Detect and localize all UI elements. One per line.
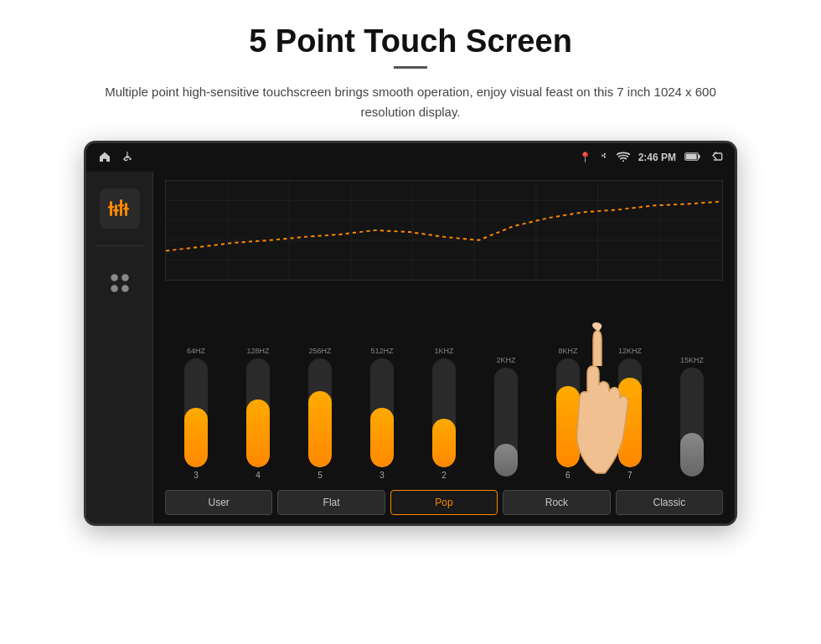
status-time: 2:46 PM (638, 152, 676, 163)
eq-band-value: 3 (380, 471, 385, 480)
usb-icon (121, 150, 133, 166)
slider-track[interactable] (370, 358, 394, 467)
slider-track[interactable] (680, 368, 704, 477)
slider-track[interactable] (556, 358, 580, 467)
eq-band-8khz[interactable]: 8KHZ 6 (556, 347, 580, 480)
eq-graph (165, 180, 723, 281)
eq-band-15khz[interactable]: 15KHZ (680, 356, 704, 480)
sidebar-divider (95, 245, 145, 246)
battery-icon (684, 152, 701, 164)
svg-rect-12 (118, 204, 124, 207)
sidebar-apps-icon[interactable] (100, 263, 140, 303)
eq-band-label: 256HZ (308, 347, 331, 355)
slider-fill (370, 408, 394, 468)
preset-buttons: UserFlatPopRockClassic (165, 490, 723, 515)
slider-fill (618, 378, 642, 467)
slider-fill (494, 444, 518, 477)
preset-btn-user[interactable]: User (165, 490, 272, 515)
eq-band-value: 3 (194, 471, 199, 480)
sidebar-eq-icon[interactable] (100, 188, 140, 229)
status-bar-right: 📍 2:46 PM (579, 151, 723, 165)
eq-band-label: 2KHZ (496, 356, 515, 364)
svg-rect-10 (108, 206, 114, 209)
eq-band-label: 1KHZ (434, 347, 453, 355)
main-area: 64HZ 3 128HZ 4 256HZ 5 512HZ 3 1KHZ 2 2K… (86, 172, 735, 523)
svg-point-16 (111, 285, 118, 292)
eq-band-1khz[interactable]: 1KHZ 2 (432, 347, 456, 480)
svg-rect-6 (110, 201, 112, 216)
eq-band-label: 8KHZ (558, 347, 577, 355)
title-divider (394, 66, 427, 69)
svg-rect-18 (166, 181, 722, 280)
slider-fill (184, 408, 208, 468)
eq-band-value: 6 (565, 471, 571, 480)
svg-point-1 (129, 157, 131, 159)
svg-point-0 (123, 157, 125, 159)
eq-band-label: 64HZ (187, 347, 205, 355)
svg-rect-8 (120, 199, 122, 216)
svg-rect-5 (686, 153, 697, 158)
home-icon (98, 150, 111, 166)
slider-track[interactable] (618, 358, 642, 467)
device-frame: 📍 2:46 PM (84, 141, 737, 526)
wifi-icon (617, 152, 630, 164)
svg-point-17 (121, 285, 129, 292)
bluetooth-icon (600, 151, 608, 165)
slider-track[interactable] (308, 358, 332, 467)
slider-fill (246, 399, 270, 467)
preset-btn-rock[interactable]: Rock (503, 490, 610, 515)
back-icon (710, 151, 723, 165)
status-bar: 📍 2:46 PM (86, 143, 735, 172)
eq-area: 64HZ 3 128HZ 4 256HZ 5 512HZ 3 1KHZ 2 2K… (153, 172, 735, 523)
svg-rect-13 (123, 208, 129, 210)
eq-band-label: 128HZ (246, 347, 269, 355)
slider-fill (556, 386, 580, 468)
eq-band-value: 2 (441, 471, 447, 480)
preset-btn-pop[interactable]: Pop (390, 490, 498, 515)
eq-band-label: 15KHZ (680, 356, 704, 364)
status-bar-left (98, 150, 133, 166)
slider-fill (308, 391, 332, 467)
eq-band-2khz[interactable]: 2KHZ (494, 356, 518, 480)
svg-point-15 (121, 274, 129, 281)
eq-band-128hz[interactable]: 128HZ 4 (246, 347, 270, 480)
sidebar (86, 172, 153, 523)
eq-band-value: 4 (256, 471, 261, 480)
eq-band-label: 12KHZ (618, 347, 642, 355)
slider-fill (680, 433, 704, 477)
eq-sliders: 64HZ 3 128HZ 4 256HZ 5 512HZ 3 1KHZ 2 2K… (165, 289, 723, 483)
svg-rect-11 (113, 209, 119, 212)
slider-track[interactable] (184, 358, 208, 467)
eq-band-label: 512HZ (370, 347, 393, 355)
preset-btn-classic[interactable]: Classic (616, 490, 723, 515)
svg-rect-4 (698, 154, 700, 157)
eq-band-256hz[interactable]: 256HZ 5 (308, 347, 332, 480)
svg-point-2 (622, 160, 624, 162)
svg-point-14 (111, 274, 118, 281)
slider-track[interactable] (494, 368, 518, 477)
eq-band-12khz[interactable]: 12KHZ 7 (618, 347, 642, 480)
location-icon: 📍 (579, 152, 591, 163)
eq-band-64hz[interactable]: 64HZ 3 (184, 347, 208, 480)
preset-btn-flat[interactable]: Flat (277, 490, 385, 515)
slider-track[interactable] (432, 358, 456, 467)
page-title: 5 Point Touch Screen (249, 23, 572, 59)
slider-track[interactable] (246, 358, 270, 467)
eq-band-value: 7 (627, 471, 633, 480)
slider-fill (432, 419, 456, 468)
eq-band-value: 5 (318, 471, 323, 480)
eq-band-512hz[interactable]: 512HZ 3 (370, 347, 394, 480)
subtitle: Multiple point high-sensitive touchscree… (84, 82, 737, 122)
